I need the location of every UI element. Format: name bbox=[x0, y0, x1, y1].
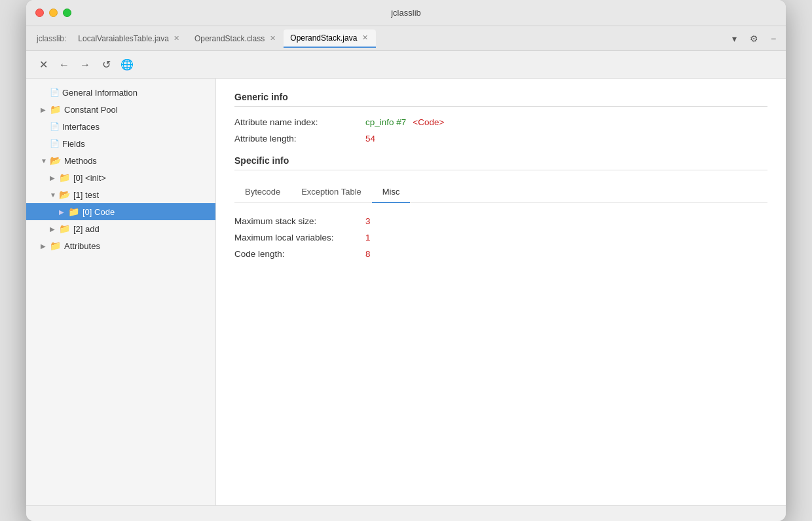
sidebar-item-constant-pool[interactable]: ▶ 📁 Constant Pool bbox=[26, 101, 215, 118]
tree-arrow-code: ▶ bbox=[59, 208, 68, 216]
specific-info-divider bbox=[234, 170, 767, 170]
content-panel: Generic info Attribute name index: cp_in… bbox=[216, 79, 786, 505]
folder-icon-constant-pool: 📁 bbox=[50, 104, 61, 115]
subtabs-container: Bytecode Exception Table Misc bbox=[234, 181, 767, 203]
tree-arrow-test: ▼ bbox=[50, 191, 59, 199]
attribute-name-index-label: Attribute name index: bbox=[234, 117, 365, 127]
sidebar-item-method-test[interactable]: ▼ 📂 [1] test bbox=[26, 186, 215, 203]
max-stack-size-row: Maximum stack size: 3 bbox=[234, 216, 767, 226]
attribute-length-row: Attribute length: 54 bbox=[234, 134, 767, 144]
folder-icon-init: 📁 bbox=[59, 172, 70, 183]
max-local-vars-label: Maximum local variables: bbox=[234, 233, 365, 242]
close-button[interactable] bbox=[35, 9, 44, 17]
subtab-misc-label: Misc bbox=[382, 187, 400, 197]
folder-icon-attributes: 📁 bbox=[50, 241, 61, 251]
sidebar-label-methods: Methods bbox=[64, 156, 97, 166]
attribute-length-label: Attribute length: bbox=[234, 134, 365, 144]
sidebar-item-fields[interactable]: 📄 Fields bbox=[26, 135, 215, 152]
tree-arrow-add: ▶ bbox=[50, 225, 59, 233]
tabbar-actions: ▾ ⚙ − bbox=[727, 31, 781, 46]
generic-info-header: Generic info bbox=[234, 92, 767, 102]
sidebar-label-method-test: [1] test bbox=[73, 190, 99, 200]
sidebar-label-method-init: [0] <init> bbox=[73, 173, 106, 183]
attribute-length-value: 54 bbox=[365, 134, 375, 144]
app-window: jclasslib jclasslib: LocalVaraiablesTabl… bbox=[26, 0, 786, 521]
sidebar-item-attributes[interactable]: ▶ 📁 Attributes bbox=[26, 237, 215, 254]
folder-icon-code: 📁 bbox=[68, 206, 79, 217]
sidebar-label-constant-pool: Constant Pool bbox=[64, 105, 118, 115]
toolbar-back-button[interactable]: ← bbox=[55, 56, 73, 74]
sidebar-item-code[interactable]: ▶ 📁 [0] Code bbox=[26, 203, 215, 220]
toolbar-forward-button[interactable]: → bbox=[76, 56, 94, 74]
sidebar-item-method-init[interactable]: ▶ 📁 [0] <init> bbox=[26, 169, 215, 186]
sidebar-label-interfaces: Interfaces bbox=[62, 122, 100, 132]
status-bar bbox=[26, 505, 786, 521]
tree-arrow-attributes: ▶ bbox=[41, 242, 50, 250]
specific-info-section: Specific info Bytecode Exception Table M… bbox=[234, 155, 767, 259]
max-local-vars-row: Maximum local variables: 1 bbox=[234, 233, 767, 242]
sidebar-item-method-add[interactable]: ▶ 📁 [2] add bbox=[26, 220, 215, 237]
subtab-bytecode[interactable]: Bytecode bbox=[234, 182, 291, 203]
attribute-name-index-row: Attribute name index: cp_info #7 <Code> bbox=[234, 117, 767, 127]
sidebar: 📄 General Information ▶ 📁 Constant Pool … bbox=[26, 79, 216, 505]
folder-icon-methods: 📂 bbox=[50, 155, 61, 166]
subtab-exception-table-label: Exception Table bbox=[301, 187, 361, 197]
subtab-exception-table[interactable]: Exception Table bbox=[291, 182, 372, 203]
minimize-button[interactable] bbox=[49, 9, 58, 17]
folder-icon-test: 📂 bbox=[59, 189, 70, 200]
tab-dropdown-button[interactable]: ▾ bbox=[727, 31, 741, 46]
subtab-misc[interactable]: Misc bbox=[372, 182, 411, 203]
file-icon-fields: 📄 bbox=[50, 139, 59, 148]
sidebar-label-fields: Fields bbox=[62, 139, 85, 149]
max-stack-size-label: Maximum stack size: bbox=[234, 216, 365, 226]
max-stack-size-value: 3 bbox=[365, 216, 371, 226]
toolbar-close-button[interactable]: ✕ bbox=[34, 56, 52, 74]
tab-operand-java[interactable]: OperandStack.java ✕ bbox=[284, 29, 376, 48]
main-area: 📄 General Information ▶ 📁 Constant Pool … bbox=[26, 79, 786, 505]
file-icon-general: 📄 bbox=[50, 88, 59, 97]
subtab-bytecode-label: Bytecode bbox=[245, 187, 280, 197]
sidebar-label-method-add: [2] add bbox=[73, 224, 100, 234]
sidebar-item-interfaces[interactable]: 📄 Interfaces bbox=[26, 118, 215, 135]
tab-local-variables[interactable]: LocalVaraiablesTable.java ✕ bbox=[71, 29, 188, 48]
code-length-row: Code length: 8 bbox=[234, 249, 767, 259]
maximize-button[interactable] bbox=[63, 9, 71, 17]
window-minimize-button[interactable]: − bbox=[766, 31, 781, 46]
code-length-value: 8 bbox=[365, 249, 371, 259]
sidebar-item-general-info[interactable]: 📄 General Information bbox=[26, 84, 215, 101]
tabbar-prefix: jclasslib: bbox=[31, 34, 71, 43]
code-length-label: Code length: bbox=[234, 249, 365, 259]
sidebar-label-general-info: General Information bbox=[62, 88, 138, 98]
traffic-lights bbox=[35, 9, 71, 17]
specific-info-header: Specific info bbox=[234, 155, 767, 166]
misc-content: Maximum stack size: 3 Maximum local vari… bbox=[234, 203, 767, 259]
tabbar: jclasslib: LocalVaraiablesTable.java ✕ O… bbox=[26, 26, 786, 51]
max-local-vars-value: 1 bbox=[365, 233, 371, 242]
sidebar-label-attributes: Attributes bbox=[64, 241, 100, 251]
toolbar-refresh-button[interactable]: ↺ bbox=[97, 56, 115, 74]
tab-operand-class[interactable]: OperandStack.class ✕ bbox=[188, 29, 284, 48]
tab-operand-class-label: OperandStack.class bbox=[194, 34, 265, 43]
tree-arrow-constant-pool: ▶ bbox=[41, 106, 50, 113]
toolbar-globe-button[interactable]: 🌐 bbox=[118, 56, 136, 74]
generic-info-divider bbox=[234, 106, 767, 107]
tree-arrow-init: ▶ bbox=[50, 174, 59, 182]
tree-arrow-methods: ▼ bbox=[41, 157, 50, 164]
window-title: jclasslib bbox=[391, 8, 421, 18]
folder-icon-add: 📁 bbox=[59, 223, 70, 234]
file-icon-interfaces: 📄 bbox=[50, 122, 59, 131]
settings-button[interactable]: ⚙ bbox=[747, 31, 761, 46]
tab-local-variables-label: LocalVaraiablesTable.java bbox=[78, 34, 169, 43]
tab-operand-java-label: OperandStack.java bbox=[290, 33, 357, 43]
titlebar: jclasslib bbox=[26, 0, 786, 26]
tab-local-variables-close[interactable]: ✕ bbox=[172, 34, 181, 43]
sidebar-label-code: [0] Code bbox=[83, 207, 115, 217]
toolbar: ✕ ← → ↺ 🌐 bbox=[26, 51, 786, 79]
attribute-name-index-value-green[interactable]: cp_info #7 bbox=[365, 117, 406, 127]
tab-operand-java-close[interactable]: ✕ bbox=[360, 33, 369, 43]
sidebar-item-methods[interactable]: ▼ 📂 Methods bbox=[26, 152, 215, 169]
attribute-name-index-value-red: <Code> bbox=[413, 117, 444, 127]
tab-operand-class-close[interactable]: ✕ bbox=[268, 34, 277, 43]
